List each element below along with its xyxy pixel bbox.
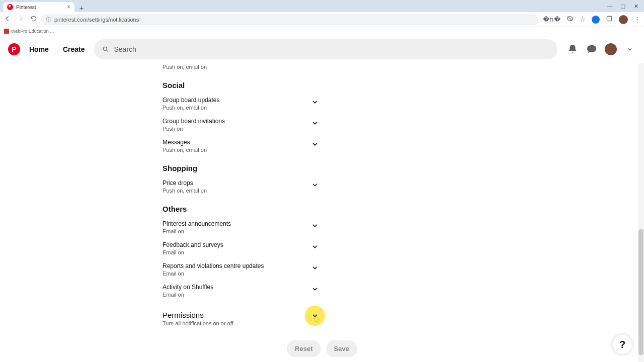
save-button[interactable]: Save (326, 340, 357, 357)
eye-off-icon[interactable] (567, 15, 574, 24)
item-status: Email on (163, 249, 318, 255)
permissions-title: Permissions (163, 311, 318, 319)
chevron-down-icon[interactable] (311, 182, 318, 191)
item-feedback-surveys[interactable]: Feedback and surveys Email on (163, 241, 318, 255)
browser-titlebar: Pinterest × + ― ▢ ✕ (0, 0, 644, 12)
permissions-subtitle: Turn all notifications on or off (163, 320, 318, 326)
settings-content: Push on, email on Social Group board upd… (0, 63, 644, 362)
scrollbar-track[interactable] (638, 63, 644, 362)
back-icon[interactable] (4, 15, 11, 24)
item-status: Email on (163, 270, 318, 277)
minimize-icon[interactable]: ― (607, 3, 613, 9)
close-window-icon[interactable]: ✕ (633, 3, 639, 10)
item-label: Messages (163, 139, 318, 146)
item-label: Activity on Shuffles (163, 284, 318, 291)
item-price-drops[interactable]: Price drops Push on, email on (163, 179, 318, 194)
omnibox[interactable]: ⓘ pinterest.com/settings/notifications (41, 14, 539, 25)
item-activity-shuffles[interactable]: Activity on Shuffles Email on (163, 284, 318, 298)
bookmark-star-icon[interactable]: ☆ (580, 16, 586, 23)
pinterest-logo-icon[interactable]: P (8, 43, 20, 55)
reset-button[interactable]: Reset (287, 340, 320, 357)
item-label: Group board updates (163, 97, 318, 104)
nav-home[interactable]: Home (24, 45, 54, 53)
extensions-menu-icon[interactable] (606, 15, 613, 24)
item-label: Reports and violations centre updates (163, 262, 318, 269)
extension-icon[interactable] (592, 16, 600, 24)
window-controls: ― ▢ ✕ (607, 0, 644, 12)
url-text: pinterest.com/settings/notifications (54, 17, 139, 23)
chevron-down-icon[interactable] (311, 243, 318, 252)
item-label: Feedback and surveys (163, 241, 318, 248)
user-avatar[interactable] (605, 43, 617, 55)
permissions-row[interactable]: Permissions Turn all notifications on or… (163, 311, 318, 326)
tab-strip: Pinterest × + (0, 0, 89, 12)
browser-tab[interactable]: Pinterest × (3, 2, 74, 12)
chevron-down-icon[interactable] (311, 99, 318, 108)
item-group-board-updates[interactable]: Group board updates Push on, email on (163, 97, 318, 111)
search-input[interactable]: Search (94, 39, 558, 59)
svg-point-1 (103, 47, 107, 50)
section-title-social: Social (163, 81, 318, 89)
address-bar: ⓘ pinterest.com/settings/notifications �… (0, 12, 644, 27)
install-icon[interactable]: �ח� (543, 16, 560, 23)
chevron-down-icon[interactable] (311, 222, 318, 231)
section-title-shopping: Shopping (163, 164, 318, 172)
section-title-others: Others (163, 205, 318, 213)
settings-column: Push on, email on Social Group board upd… (163, 64, 318, 326)
item-label: Group board invitations (163, 118, 318, 125)
nav-create[interactable]: Create (58, 45, 90, 53)
account-menu-chevron-icon[interactable] (624, 43, 636, 55)
search-icon (102, 46, 109, 53)
scrollbar-thumb[interactable] (638, 229, 643, 355)
chevron-down-icon[interactable] (311, 120, 318, 129)
notifications-icon[interactable] (567, 43, 579, 55)
cursor-indicator (314, 317, 319, 322)
search-placeholder: Search (114, 45, 136, 53)
item-status: Push on, email on (163, 147, 318, 153)
click-highlight (305, 306, 325, 326)
chevron-down-icon[interactable] (311, 264, 318, 274)
pinterest-header: P Home Create Search (0, 35, 644, 63)
item-status: Push on, email on (163, 188, 318, 194)
pinterest-favicon (7, 4, 13, 10)
browser-menu-icon[interactable]: ⋮ (634, 16, 640, 23)
bookmark-item[interactable]: WebPro Education ... (11, 29, 54, 34)
help-button[interactable]: ? (613, 335, 632, 354)
bookmarks-bar: WebPro Education ... (0, 27, 644, 35)
close-tab-icon[interactable]: × (67, 4, 70, 11)
item-status: Email on (163, 228, 318, 234)
toolbar-right: �ח� ☆ ⋮ (543, 15, 640, 24)
header-actions (567, 43, 636, 55)
footer-actions: Reset Save (0, 340, 644, 357)
reload-icon[interactable] (30, 15, 37, 24)
maximize-icon[interactable]: ▢ (620, 3, 626, 10)
tab-title: Pinterest (16, 5, 36, 10)
browser-profile-avatar[interactable] (619, 15, 628, 24)
chevron-down-icon[interactable] (311, 286, 318, 295)
messages-icon[interactable] (586, 43, 598, 55)
item-messages[interactable]: Messages Push on, email on (163, 139, 318, 153)
svg-line-2 (106, 50, 108, 52)
forward-icon[interactable] (17, 15, 24, 24)
chevron-down-icon[interactable] (311, 141, 318, 150)
item-status: Push on, email on (163, 105, 318, 111)
item-group-board-invitations[interactable]: Group board invitations Push on (163, 118, 318, 132)
item-label: Price drops (163, 179, 318, 187)
nav-buttons (4, 15, 37, 24)
bookmark-favicon (4, 29, 9, 34)
item-pinterest-announcements[interactable]: Pinterest announcements Email on (163, 220, 318, 234)
item-status: Push on (163, 126, 318, 132)
item-label: Pinterest announcements (163, 220, 318, 227)
site-info-icon[interactable]: ⓘ (46, 16, 51, 23)
prev-item-status: Push on, email on (163, 64, 318, 70)
item-status: Email on (163, 292, 318, 298)
svg-rect-0 (607, 16, 611, 21)
item-reports-violations[interactable]: Reports and violations centre updates Em… (163, 262, 318, 277)
new-tab-button[interactable]: + (74, 4, 89, 12)
